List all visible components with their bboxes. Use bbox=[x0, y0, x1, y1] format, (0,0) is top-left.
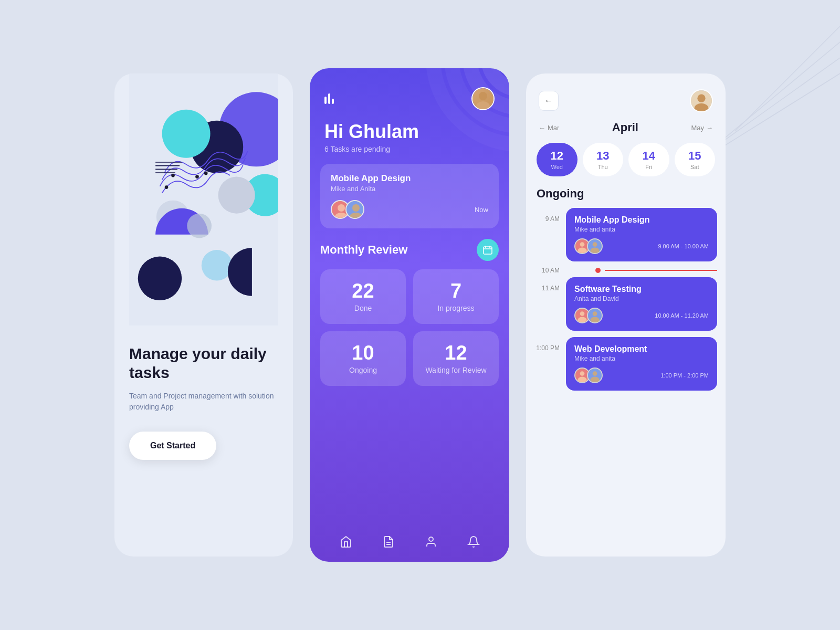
next-month-button[interactable]: May → bbox=[691, 124, 713, 132]
sched-title-3: Web Development bbox=[574, 344, 709, 354]
svg-point-4 bbox=[218, 177, 255, 214]
sched-title-1: Mobile App Design bbox=[574, 215, 709, 225]
calendar-icon-button[interactable] bbox=[477, 239, 499, 261]
sched-people-3: Mike and anita bbox=[574, 355, 709, 362]
sched-avatar-3b bbox=[587, 368, 603, 383]
sched-time-2: 11 AM bbox=[534, 277, 560, 292]
date-cell-12[interactable]: 12 Wed bbox=[537, 143, 578, 176]
svg-point-53 bbox=[578, 377, 586, 383]
dashboard-card: Hi Ghulam 6 Tasks are pending Mobile App… bbox=[310, 68, 509, 562]
sched-footer-3: 1:00 PM - 2:00 PM bbox=[574, 368, 709, 383]
stat-inprogress-label: In progress bbox=[437, 304, 474, 312]
sched-time-range-2: 10.00 AM - 11.20 AM bbox=[655, 312, 709, 319]
indicator-time-label: 10 AM bbox=[534, 267, 560, 274]
current-time-indicator: 10 AM bbox=[534, 264, 717, 277]
svg-rect-29 bbox=[484, 247, 492, 254]
svg-point-41 bbox=[578, 248, 586, 254]
stat-inprogress-number: 7 bbox=[450, 281, 461, 301]
tasks-pending-text: 6 Tasks are pending bbox=[324, 145, 495, 153]
svg-point-52 bbox=[580, 371, 585, 376]
date-cell-14[interactable]: 14 Fri bbox=[628, 143, 669, 176]
monthly-review-section: Monthly Review 22 Done 7 In progress 10 bbox=[310, 239, 509, 386]
stat-ongoing: 10 Ongoing bbox=[320, 331, 406, 386]
next-month-label: May bbox=[691, 124, 704, 132]
sched-avatars-1 bbox=[574, 238, 600, 254]
svg-point-43 bbox=[593, 242, 597, 247]
sched-avatar-1b bbox=[587, 238, 603, 254]
stat-done-number: 22 bbox=[352, 281, 374, 301]
sched-people-1: Mike and anita bbox=[574, 226, 709, 233]
svg-point-6 bbox=[138, 257, 182, 301]
svg-point-22 bbox=[476, 101, 490, 109]
current-task-card[interactable]: Mobile App Design Mike and Anita bbox=[320, 164, 499, 228]
get-started-button[interactable]: Get Started bbox=[129, 432, 216, 460]
onboarding-subtitle: Team and Project management with solutio… bbox=[129, 391, 278, 413]
svg-point-56 bbox=[590, 377, 599, 383]
stat-waiting: 12 Waiting for Review bbox=[413, 331, 499, 386]
stat-ongoing-label: Ongoing bbox=[349, 366, 377, 374]
onboarding-card: Manage your daily tasks Team and Project… bbox=[114, 74, 293, 556]
bell-nav-icon[interactable] bbox=[467, 536, 480, 551]
svg-point-50 bbox=[590, 317, 599, 323]
sched-time-1: 9 AM bbox=[534, 208, 560, 223]
task-card-footer: Now bbox=[331, 200, 488, 219]
svg-point-2 bbox=[162, 110, 211, 158]
dashboard-header bbox=[310, 68, 509, 121]
greeting-text: Hi Ghulam bbox=[324, 121, 495, 143]
svg-point-44 bbox=[590, 248, 599, 254]
calendar-navigation: ← Mar April May → bbox=[526, 121, 726, 134]
file-nav-icon[interactable] bbox=[382, 536, 395, 551]
indicator-dot bbox=[595, 268, 601, 273]
prev-month-button[interactable]: ← Mar bbox=[539, 124, 559, 132]
date-cell-15[interactable]: 15 Sat bbox=[675, 143, 716, 176]
sched-title-2: Software Testing bbox=[574, 285, 709, 294]
current-month-label: April bbox=[568, 121, 682, 134]
sched-people-2: Anita and David bbox=[574, 295, 709, 302]
stat-inprogress: 7 In progress bbox=[413, 269, 499, 324]
illustration-area bbox=[129, 74, 278, 326]
svg-point-9 bbox=[171, 174, 175, 177]
svg-point-8 bbox=[187, 214, 212, 238]
svg-point-37 bbox=[697, 94, 705, 102]
review-header: Monthly Review bbox=[320, 239, 499, 261]
svg-point-12 bbox=[204, 172, 208, 175]
svg-point-10 bbox=[195, 175, 199, 178]
stat-done-label: Done bbox=[354, 304, 372, 312]
sched-card-3[interactable]: Web Development Mike and anita bbox=[566, 337, 717, 391]
indicator-line bbox=[605, 270, 717, 271]
sched-card-2[interactable]: Software Testing Anita and David bbox=[566, 277, 717, 331]
schedule-user-avatar[interactable] bbox=[690, 89, 713, 112]
svg-point-21 bbox=[479, 92, 487, 100]
back-button[interactable]: ← bbox=[539, 91, 559, 111]
svg-point-35 bbox=[429, 537, 433, 541]
sched-footer-2: 10.00 AM - 11.20 AM bbox=[574, 308, 709, 323]
stat-waiting-label: Waiting for Review bbox=[425, 366, 486, 374]
home-nav-icon[interactable] bbox=[340, 536, 352, 551]
bottom-navigation bbox=[310, 525, 509, 562]
person-nav-icon[interactable] bbox=[425, 536, 437, 551]
sched-card-1[interactable]: Mobile App Design Mike and anita bbox=[566, 208, 717, 261]
stat-waiting-number: 12 bbox=[445, 343, 467, 363]
svg-point-24 bbox=[338, 204, 345, 212]
schedule-list: 9 AM Mobile App Design Mike and anita bbox=[526, 208, 726, 556]
schedule-card: ← ← Mar April May → 12 Wed 13 Thu bbox=[526, 74, 726, 556]
task-people: Mike and Anita bbox=[331, 185, 488, 193]
user-avatar[interactable] bbox=[471, 87, 495, 110]
sched-time-range-1: 9.00 AM - 10.00 AM bbox=[658, 243, 709, 249]
stats-grid: 22 Done 7 In progress 10 Ongoing 12 Wait… bbox=[320, 269, 499, 386]
greeting-section: Hi Ghulam 6 Tasks are pending bbox=[310, 121, 509, 153]
date-cell-13[interactable]: 13 Thu bbox=[583, 143, 624, 176]
svg-point-27 bbox=[352, 204, 360, 212]
svg-point-47 bbox=[578, 317, 586, 323]
schedule-item-1: 9 AM Mobile App Design Mike and anita bbox=[534, 208, 717, 261]
sched-avatars-3 bbox=[574, 368, 600, 383]
task-time: Now bbox=[475, 206, 488, 214]
analytics-icon[interactable] bbox=[324, 93, 334, 104]
task-avatars-group bbox=[331, 200, 360, 219]
svg-point-40 bbox=[580, 242, 585, 247]
onboarding-title: Manage your daily tasks bbox=[129, 344, 278, 382]
date-selector-row: 12 Wed 13 Thu 14 Fri 15 Sat bbox=[526, 143, 726, 176]
sched-avatars-2 bbox=[574, 308, 600, 323]
svg-point-55 bbox=[593, 371, 597, 376]
sched-footer-1: 9.00 AM - 10.00 AM bbox=[574, 238, 709, 254]
